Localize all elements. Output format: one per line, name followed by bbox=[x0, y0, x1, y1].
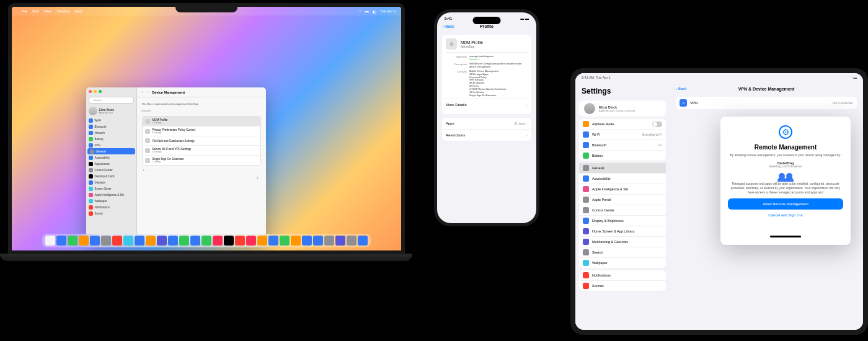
add-button[interactable]: ＋ bbox=[142, 168, 145, 172]
back-button[interactable]: ‹ Back bbox=[676, 87, 686, 91]
more-details-row[interactable]: More Details › bbox=[446, 99, 528, 110]
menubar-date[interactable]: Tue Apr 1 bbox=[380, 9, 396, 13]
sidebar-item-notifications[interactable]: Notifications bbox=[86, 204, 136, 210]
dock-app-icon[interactable] bbox=[168, 236, 178, 246]
dock-app-icon[interactable] bbox=[335, 236, 345, 246]
settings-row-multitasking-gestures[interactable]: Multitasking & Gestures bbox=[579, 237, 666, 247]
sidebar-item-control-center[interactable]: Control Center bbox=[86, 167, 136, 173]
control-center-icon[interactable]: ◧ bbox=[373, 9, 376, 14]
dock-app-icon[interactable] bbox=[190, 236, 200, 246]
settings-row-home-screen-app-library[interactable]: Home Screen & App Library bbox=[579, 226, 666, 237]
settings-row-airplane-mode[interactable]: Airplane Mode bbox=[579, 119, 666, 130]
help-button[interactable]: ? bbox=[142, 174, 261, 183]
dock-app-icon[interactable] bbox=[291, 236, 301, 246]
menu-view[interactable]: View bbox=[44, 9, 52, 13]
profile-row[interactable]: MDM Profile5 settings bbox=[143, 117, 260, 126]
account-row[interactable]: Eliza Block Apple Account, iCloud, and m… bbox=[579, 100, 666, 117]
dock-app-icon[interactable] bbox=[324, 236, 334, 246]
settings-row-wallpaper[interactable]: Wallpaper bbox=[579, 258, 666, 268]
sidebar-item-displays[interactable]: Displays bbox=[86, 179, 136, 185]
nav-forward-button[interactable]: › bbox=[147, 90, 148, 94]
sidebar-item-screen-saver[interactable]: Screen Saver bbox=[86, 185, 136, 192]
allow-button[interactable]: Allow Remote Management bbox=[728, 198, 843, 210]
menu-window[interactable]: Window bbox=[56, 9, 69, 13]
dock-app-icon[interactable] bbox=[224, 236, 234, 246]
dock-app-icon[interactable] bbox=[179, 236, 189, 246]
dock-app-icon[interactable] bbox=[146, 236, 156, 246]
dock-app-icon[interactable] bbox=[123, 236, 133, 246]
menu-help[interactable]: Help bbox=[75, 9, 82, 13]
dock-app-icon[interactable] bbox=[313, 236, 323, 246]
menu-edit[interactable]: Edit bbox=[32, 9, 38, 13]
profile-row[interactable]: Privacy Preferences Policy Control8 sett… bbox=[143, 126, 260, 136]
dock-app-icon[interactable] bbox=[112, 236, 122, 246]
zoom-button[interactable] bbox=[99, 90, 102, 93]
settings-row-control-center[interactable]: Control Center bbox=[579, 205, 666, 216]
dock-app-icon[interactable] bbox=[257, 236, 267, 246]
dock-app-icon[interactable] bbox=[45, 236, 55, 246]
remove-button[interactable]: － bbox=[148, 168, 151, 172]
settings-row-general[interactable]: General bbox=[579, 163, 666, 174]
dock-app-icon[interactable] bbox=[101, 236, 111, 246]
settings-row-bluetooth[interactable]: BluetoothOn bbox=[579, 140, 666, 151]
settings-row-battery[interactable]: Battery bbox=[579, 151, 666, 161]
restrictions-row[interactable]: Restrictions › bbox=[446, 130, 528, 141]
profile-row[interactable]: FileVault and Gatekeeper Settings bbox=[143, 136, 260, 146]
sidebar-item-apple-intelligence-siri[interactable]: Apple Intelligence & Siri bbox=[86, 192, 136, 198]
sidebar-item-vpn[interactable]: VPN bbox=[86, 142, 136, 148]
dock-app-icon[interactable] bbox=[90, 236, 100, 246]
cancel-button[interactable]: Cancel and Sign Out bbox=[728, 213, 843, 217]
dock-app-icon[interactable] bbox=[302, 236, 312, 246]
sidebar-item-appearance[interactable]: Appearance bbox=[86, 161, 136, 167]
minimize-button[interactable] bbox=[94, 90, 97, 93]
dock-app-icon[interactable] bbox=[268, 236, 278, 246]
dock-app-icon[interactable] bbox=[280, 236, 290, 246]
profile-row[interactable]: Secure Wi-Fi and VPN Settings3 settings bbox=[143, 146, 260, 156]
sidebar-item-general[interactable]: General bbox=[87, 148, 135, 154]
settings-row-apple-pencil[interactable]: Apple Pencil bbox=[579, 195, 666, 205]
dock-app-icon[interactable] bbox=[213, 236, 223, 246]
battery-icon[interactable]: ▬ bbox=[365, 9, 369, 13]
apps-row[interactable]: Apps 31 apps › bbox=[446, 118, 528, 129]
status-time: 9:41 AM bbox=[582, 76, 594, 79]
settings-row-accessibility[interactable]: Accessibility bbox=[579, 174, 666, 184]
sidebar-item-wallpaper[interactable]: Wallpaper bbox=[86, 198, 136, 204]
wifi-icon[interactable]: ⌔ bbox=[359, 9, 361, 13]
sidebar-item-network[interactable]: Network bbox=[86, 130, 136, 136]
toggle[interactable] bbox=[652, 122, 662, 127]
mac-menu-left: File Edit View Window Help bbox=[17, 9, 83, 13]
sidebar-item-wi-fi[interactable]: Wi-Fi bbox=[86, 117, 136, 123]
sidebar-item-battery[interactable]: Battery bbox=[86, 136, 136, 142]
settings-row-display-brightness[interactable]: Display & Brightness bbox=[579, 216, 666, 226]
settings-row-notifications[interactable]: Notifications bbox=[579, 270, 666, 281]
sidebar-item-accessibility[interactable]: Accessibility bbox=[86, 154, 136, 161]
sidebar-item-sound[interactable]: Sound bbox=[86, 210, 136, 216]
back-button[interactable]: ‹ Back bbox=[443, 24, 454, 29]
menu-file[interactable]: File bbox=[22, 9, 28, 13]
row-icon bbox=[583, 207, 589, 213]
nav-back-button[interactable]: ‹ bbox=[142, 90, 143, 94]
dock-app-icon[interactable] bbox=[235, 236, 245, 246]
settings-row-apple-intelligence-siri[interactable]: Apple Intelligence & Siri bbox=[579, 184, 666, 195]
settings-row-sounds[interactable]: Sounds bbox=[579, 281, 666, 291]
profile-row[interactable]: Single Sign-On Extension1 setting bbox=[143, 156, 260, 165]
sidebar-item-desktop-dock[interactable]: Desktop & Dock bbox=[86, 173, 136, 179]
dock-app-icon[interactable] bbox=[79, 236, 89, 246]
dock-app-icon[interactable] bbox=[358, 236, 368, 246]
dock-app-icon[interactable] bbox=[347, 236, 356, 246]
dock-app-icon[interactable] bbox=[157, 236, 167, 246]
search-input[interactable]: ⌕ Search bbox=[89, 97, 134, 104]
sidebar-item-bluetooth[interactable]: Bluetooth bbox=[86, 123, 136, 130]
dock-app-icon[interactable] bbox=[68, 236, 78, 246]
settings-row-search[interactable]: Search bbox=[579, 247, 666, 258]
row-label: Battery bbox=[592, 154, 662, 157]
vpn-row[interactable]: ⎋ VPN Not Connected bbox=[676, 97, 857, 109]
settings-row-wi-fi[interactable]: Wi-FiBetterBag Wi-Fi bbox=[579, 130, 666, 140]
dock-app-icon[interactable] bbox=[56, 236, 66, 246]
home-indicator[interactable] bbox=[770, 236, 801, 237]
account-row[interactable]: Eliza Block Apple Account bbox=[86, 105, 136, 117]
close-button[interactable] bbox=[89, 90, 92, 93]
dock-app-icon[interactable] bbox=[202, 236, 211, 246]
dock-app-icon[interactable] bbox=[135, 236, 144, 246]
dock-app-icon[interactable] bbox=[246, 236, 256, 246]
